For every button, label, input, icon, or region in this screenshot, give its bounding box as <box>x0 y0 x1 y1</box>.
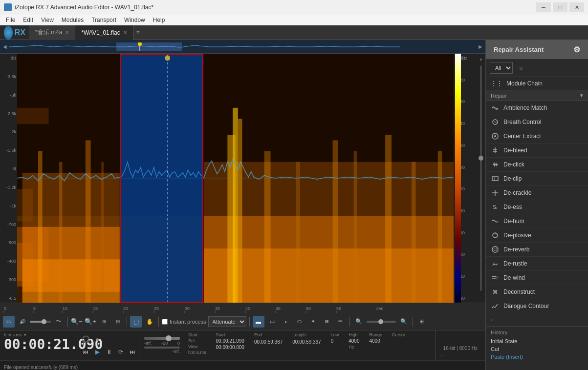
skip-start-btn[interactable]: ⏮ <box>80 347 91 357</box>
module-de-crackle[interactable]: De-crackle <box>486 186 588 200</box>
tab-flac-close[interactable]: ✕ <box>123 30 127 35</box>
close-button[interactable]: ✕ <box>569 2 584 12</box>
zoom-out-freq-btn[interactable]: − <box>477 293 485 301</box>
divider-1 <box>67 317 68 327</box>
module-list: Ambience Match Breath Control Center Ext… <box>486 101 588 313</box>
vol-handle[interactable] <box>166 335 172 341</box>
history-item-cut[interactable]: Cut <box>491 345 583 353</box>
play-btn[interactable]: ▶ <box>92 347 103 357</box>
tab-flac[interactable]: *WAV1_01.flac ✕ <box>75 25 133 40</box>
instant-process-label[interactable]: Instant process <box>162 319 206 325</box>
waveform-type-btn[interactable]: 〜 <box>53 316 65 328</box>
tab-m4a[interactable]: *音乐.m4a ✕ <box>29 25 75 40</box>
zoom-fit-btn[interactable]: ⊟ <box>112 316 124 328</box>
time-sel-btn[interactable]: ▬ <box>253 316 264 328</box>
zoom-time-slider[interactable] <box>367 321 396 323</box>
waveform-overview[interactable]: ◀ ▶ <box>0 40 485 54</box>
module-center-extract[interactable]: Center Extract <box>486 129 588 144</box>
zoom-plus-time-btn[interactable]: 🔍 <box>398 316 410 328</box>
module-chain-row[interactable]: ⋮⋮ Module Chain <box>486 77 588 90</box>
spectrogram-container[interactable]: dB -3.5k -3k -2.5k -2k -1.5k M -1.2k -1k… <box>0 54 485 303</box>
module-de-ess[interactable]: Ss De-ess <box>486 200 588 214</box>
dialogue-contour-label: Dialogue Contour <box>503 303 549 309</box>
tab-overflow-btn[interactable]: ≡ <box>133 29 143 36</box>
attenuate-select[interactable]: Attenuate <box>208 316 246 327</box>
divider-3 <box>158 317 159 327</box>
module-de-bleed[interactable]: De-bleed <box>486 144 588 158</box>
pause-btn[interactable]: ⏸ <box>104 347 114 357</box>
zoom-in-freq-btn[interactable]: + <box>477 56 485 63</box>
app-logo-circle <box>4 26 13 40</box>
module-de-wind[interactable]: De-wind <box>486 271 588 285</box>
freq-zoom-handle[interactable] <box>479 156 483 161</box>
menu-modules[interactable]: Modules <box>58 15 87 25</box>
freq-sel-btn[interactable]: ▭ <box>266 316 278 328</box>
color-gradient-bar <box>455 54 461 303</box>
overview-nav-left[interactable]: ◀ <box>1 44 9 49</box>
module-de-reverb[interactable]: De-reverb <box>486 243 588 257</box>
maximize-button[interactable]: □ <box>553 2 567 12</box>
svg-rect-23 <box>233 108 238 303</box>
zoom-sel-btn[interactable]: ⊞ <box>98 316 110 328</box>
select-tool-btn[interactable]: ⬚ <box>130 316 142 328</box>
zoom-in-btn[interactable]: 🔍+ <box>85 316 96 328</box>
zoom-minus-time-btn[interactable]: 🔍 <box>353 316 365 328</box>
zoom-time-thumb[interactable] <box>378 319 383 324</box>
content-area: ◀ ▶ <box>0 40 588 370</box>
pencil-sel-btn[interactable]: ✏ <box>335 316 347 328</box>
info-col-length-vals: Length 00:00:59.367 <box>292 332 321 358</box>
svg-text:35: 35 <box>215 306 220 311</box>
module-ambience-match[interactable]: Ambience Match <box>486 101 588 115</box>
logo-area: RX <box>0 25 29 40</box>
panel-menu-btn[interactable]: ≡ <box>516 62 526 73</box>
tf-sel-btn[interactable]: ▪ <box>280 316 292 328</box>
ambience-match-label: Ambience Match <box>503 104 547 111</box>
end-header-label: End <box>254 332 283 337</box>
module-breath-control[interactable]: Breath Control <box>486 115 588 129</box>
svg-point-63 <box>494 135 496 137</box>
tab-m4a-close[interactable]: ✕ <box>65 30 69 35</box>
repair-assistant-button[interactable]: Repair Assistant ⚙ <box>486 40 588 59</box>
lasso-sel-btn[interactable]: ⬭ <box>294 316 305 328</box>
minimize-button[interactable]: ─ <box>536 2 551 12</box>
volume-slider[interactable] <box>30 321 51 323</box>
repair-category-header[interactable]: Repair ▾ <box>486 90 588 101</box>
info-col-cursor-vals: Cursor <box>392 332 405 358</box>
filter-select[interactable]: All <box>490 62 513 74</box>
instant-process-checkbox[interactable] <box>162 319 168 325</box>
module-de-click[interactable]: De-click <box>486 158 588 172</box>
headphones-btn[interactable]: 🎧 <box>80 334 91 345</box>
menu-file[interactable]: File <box>2 15 19 25</box>
menu-edit[interactable]: Edit <box>19 15 37 25</box>
loop-btn[interactable]: ⟳ <box>115 347 126 357</box>
harmonic-sel-btn[interactable]: ≋ <box>321 316 333 328</box>
menu-transport[interactable]: Transport <box>87 15 120 25</box>
module-de-plosive[interactable]: De-plosive <box>486 228 588 243</box>
module-dialogue-contour[interactable]: Dialogue Contour <box>486 299 588 313</box>
module-deconstruct[interactable]: Deconstruct <box>486 285 588 299</box>
volume-knob[interactable] <box>42 319 46 324</box>
spectrogram-main[interactable] <box>17 54 454 303</box>
skip-end-btn[interactable]: ⏭ <box>127 347 138 357</box>
expand-more-btn[interactable]: › <box>486 313 588 326</box>
svg-rect-24 <box>238 119 242 303</box>
history-item-paste[interactable]: Paste (Insert) <box>491 353 583 361</box>
waveform-view-btn[interactable]: ≈≈ <box>3 316 15 328</box>
record-btn[interactable]: ● <box>92 334 103 345</box>
dialogue-contour-icon <box>491 302 500 310</box>
module-de-clip[interactable]: De-clip <box>486 172 588 186</box>
history-item-initial[interactable]: Initial State <box>491 337 583 345</box>
pan-tool-btn[interactable]: ✋ <box>144 316 155 328</box>
info-col-start-vals: Start 00:00:21.090 00:00:00.000 <box>216 332 244 358</box>
module-de-rustle[interactable]: De-rustle <box>486 257 588 271</box>
zoom-fit-all-btn[interactable]: ⊞ <box>416 316 428 328</box>
menu-view[interactable]: View <box>37 15 58 25</box>
module-de-hum[interactable]: De-hum <box>486 214 588 228</box>
db-scale-right: dB 20 30 40 50 60 70 80 90 100 110 120 <box>454 54 485 303</box>
volume-icon-btn[interactable]: 🔊 <box>17 316 28 328</box>
overview-nav-right[interactable]: ▶ <box>477 44 484 49</box>
menu-help[interactable]: Help <box>149 15 169 25</box>
zoom-out-btn[interactable]: 🔍− <box>71 316 83 328</box>
menu-window[interactable]: Window <box>120 15 149 25</box>
magic-sel-btn[interactable]: ✦ <box>307 316 319 328</box>
